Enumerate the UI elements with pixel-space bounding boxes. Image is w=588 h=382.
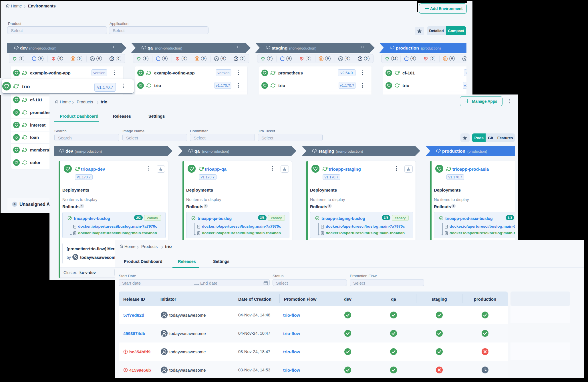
svg-text:?: ? bbox=[235, 57, 237, 60]
svg-text:?: ? bbox=[111, 57, 113, 60]
svg-text:?: ? bbox=[359, 57, 361, 60]
